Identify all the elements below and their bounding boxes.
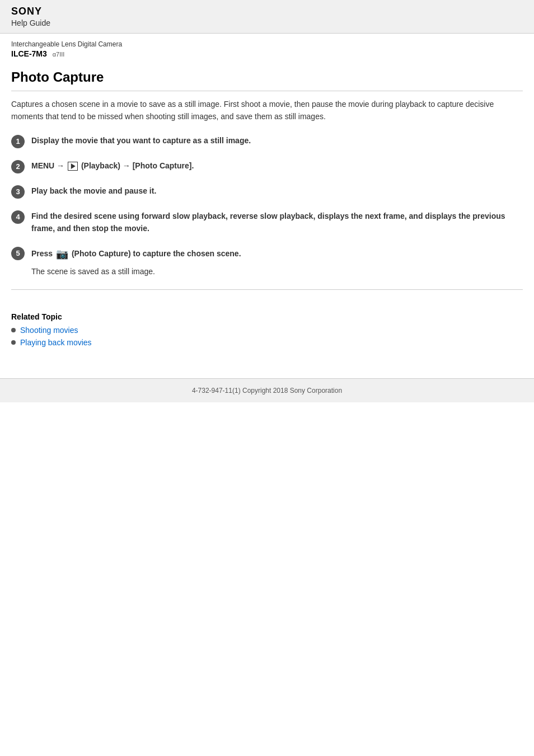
related-topic-item-0: Shooting movies xyxy=(11,326,523,335)
step-text-1: Display the movie that you want to captu… xyxy=(31,136,251,145)
step-text-4: Find the desired scene using forward slo… xyxy=(31,212,505,233)
step-text-3: Play back the movie and pause it. xyxy=(31,186,156,195)
step-number-2: 2 xyxy=(11,160,25,173)
step-number-5: 5 xyxy=(11,247,25,260)
bullet-dot-0 xyxy=(11,328,16,332)
step-1: 1 Display the movie that you want to cap… xyxy=(11,134,523,148)
device-model-sub: α7III xyxy=(53,51,65,58)
step-4: 4 Find the desired scene using forward s… xyxy=(11,210,523,235)
step-2: 2 MENU → (Playback) → [Photo Capture]. xyxy=(11,159,523,173)
step-5: 5 Press 📷 (Photo Capture) to capture the… xyxy=(11,246,523,278)
header: SONY Help Guide xyxy=(0,0,534,34)
playback-icon xyxy=(68,162,78,171)
related-topic-link-1[interactable]: Playing back movies xyxy=(20,338,92,347)
step-content-4: Find the desired scene using forward slo… xyxy=(31,210,523,235)
device-type: Interchangeable Lens Digital Camera xyxy=(11,40,523,48)
step-number-3: 3 xyxy=(11,185,25,199)
step-content-5: Press 📷 (Photo Capture) to capture the c… xyxy=(31,246,523,278)
page-title: Photo Capture xyxy=(11,69,523,91)
step-3: 3 Play back the movie and pause it. xyxy=(11,185,523,199)
related-topic: Related Topic Shooting movies Playing ba… xyxy=(0,312,534,361)
related-topic-title: Related Topic xyxy=(11,312,523,321)
divider-1 xyxy=(11,289,523,290)
main-content: Photo Capture Captures a chosen scene in… xyxy=(0,58,534,312)
bullet-dot-1 xyxy=(11,340,16,345)
step-sub-text-5: The scene is saved as a still image. xyxy=(31,265,523,278)
step-content-2: MENU → (Playback) → [Photo Capture]. xyxy=(31,159,523,172)
related-topic-list: Shooting movies Playing back movies xyxy=(11,326,523,347)
device-model-name: ILCE-7M3 xyxy=(11,49,47,58)
footer-copyright: 4-732-947-11(1) Copyright 2018 Sony Corp… xyxy=(192,387,342,395)
related-topic-item-1: Playing back movies xyxy=(11,338,523,347)
step-number-1: 1 xyxy=(11,135,25,148)
step-text-5: Press 📷 (Photo Capture) to capture the c… xyxy=(31,249,241,258)
related-topic-link-0[interactable]: Shooting movies xyxy=(20,326,78,335)
step-content-3: Play back the movie and pause it. xyxy=(31,185,523,197)
steps-container: 1 Display the movie that you want to cap… xyxy=(11,134,523,278)
photo-capture-icon: 📷 xyxy=(56,246,68,262)
device-info: Interchangeable Lens Digital Camera ILCE… xyxy=(0,34,534,58)
step-text-2: MENU → (Playback) → [Photo Capture]. xyxy=(31,161,194,170)
device-model: ILCE-7M3 α7III xyxy=(11,49,523,58)
step-content-1: Display the movie that you want to captu… xyxy=(31,134,523,147)
sony-logo: SONY xyxy=(11,6,523,17)
step-number-4: 4 xyxy=(11,210,25,224)
help-guide-label: Help Guide xyxy=(11,18,523,27)
footer: 4-732-947-11(1) Copyright 2018 Sony Corp… xyxy=(0,378,534,402)
intro-text: Captures a chosen scene in a movie to sa… xyxy=(11,98,523,123)
